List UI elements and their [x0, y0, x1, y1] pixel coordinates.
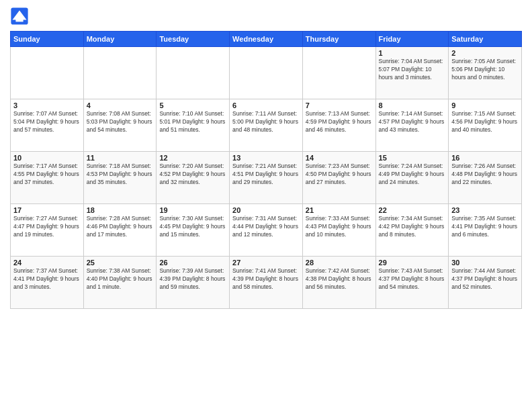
day-number: 23	[451, 206, 519, 214]
day-detail: Sunrise: 7:26 AM Sunset: 4:48 PM Dayligh…	[451, 163, 519, 187]
day-number: 20	[232, 206, 300, 214]
day-number: 26	[159, 259, 226, 267]
day-detail: Sunrise: 7:37 AM Sunset: 4:41 PM Dayligh…	[13, 267, 81, 291]
day-number: 28	[306, 259, 373, 267]
calendar-week-row: 3Sunrise: 7:07 AM Sunset: 5:04 PM Daylig…	[11, 99, 522, 152]
weekday-header: Sunday	[11, 32, 84, 47]
calendar-cell: 3Sunrise: 7:07 AM Sunset: 5:04 PM Daylig…	[11, 99, 84, 152]
day-detail: Sunrise: 7:30 AM Sunset: 4:45 PM Dayligh…	[159, 215, 226, 239]
logo	[10, 7, 32, 26]
day-detail: Sunrise: 7:08 AM Sunset: 5:03 PM Dayligh…	[87, 110, 154, 134]
calendar-week-row: 1Sunrise: 7:04 AM Sunset: 5:07 PM Daylig…	[11, 47, 522, 99]
day-detail: Sunrise: 7:05 AM Sunset: 5:06 PM Dayligh…	[451, 58, 519, 82]
calendar-cell: 1Sunrise: 7:04 AM Sunset: 5:07 PM Daylig…	[375, 47, 449, 99]
weekday-header: Monday	[83, 32, 157, 47]
weekday-header: Wednesday	[230, 32, 303, 47]
day-number: 3	[13, 101, 81, 109]
day-detail: Sunrise: 7:07 AM Sunset: 5:04 PM Dayligh…	[13, 110, 81, 134]
calendar-cell: 28Sunrise: 7:42 AM Sunset: 4:38 PM Dayli…	[302, 257, 375, 309]
day-number: 6	[232, 101, 300, 109]
calendar-cell: 23Sunrise: 7:35 AM Sunset: 4:41 PM Dayli…	[449, 204, 522, 257]
calendar-cell: 25Sunrise: 7:38 AM Sunset: 4:40 PM Dayli…	[83, 257, 157, 309]
day-number: 29	[379, 259, 446, 267]
calendar-cell: 30Sunrise: 7:44 AM Sunset: 4:37 PM Dayli…	[449, 257, 522, 309]
day-detail: Sunrise: 7:44 AM Sunset: 4:37 PM Dayligh…	[451, 267, 519, 291]
day-number: 19	[159, 206, 226, 214]
logo-icon	[10, 7, 29, 26]
day-detail: Sunrise: 7:33 AM Sunset: 4:43 PM Dayligh…	[306, 215, 373, 239]
day-detail: Sunrise: 7:17 AM Sunset: 4:55 PM Dayligh…	[13, 163, 81, 187]
calendar-cell: 22Sunrise: 7:34 AM Sunset: 4:42 PM Dayli…	[375, 204, 449, 257]
day-detail: Sunrise: 7:14 AM Sunset: 4:57 PM Dayligh…	[379, 110, 446, 134]
day-detail: Sunrise: 7:18 AM Sunset: 4:53 PM Dayligh…	[87, 163, 154, 187]
weekday-header: Thursday	[302, 32, 375, 47]
calendar-cell: 9Sunrise: 7:15 AM Sunset: 4:56 PM Daylig…	[449, 99, 522, 152]
calendar-cell: 15Sunrise: 7:24 AM Sunset: 4:49 PM Dayli…	[375, 152, 449, 204]
day-number: 5	[159, 101, 226, 109]
day-number: 18	[87, 206, 154, 214]
calendar-cell: 13Sunrise: 7:21 AM Sunset: 4:51 PM Dayli…	[230, 152, 303, 204]
calendar-week-row: 24Sunrise: 7:37 AM Sunset: 4:41 PM Dayli…	[11, 257, 522, 309]
day-detail: Sunrise: 7:41 AM Sunset: 4:39 PM Dayligh…	[232, 267, 300, 291]
calendar-cell	[230, 47, 303, 99]
day-detail: Sunrise: 7:21 AM Sunset: 4:51 PM Dayligh…	[232, 163, 300, 187]
day-number: 21	[306, 206, 373, 214]
calendar-cell: 27Sunrise: 7:41 AM Sunset: 4:39 PM Dayli…	[230, 257, 303, 309]
day-number: 7	[306, 101, 373, 109]
day-number: 2	[451, 49, 519, 57]
day-number: 11	[87, 154, 154, 162]
calendar-cell: 16Sunrise: 7:26 AM Sunset: 4:48 PM Dayli…	[449, 152, 522, 204]
day-number: 12	[159, 154, 226, 162]
calendar-cell: 8Sunrise: 7:14 AM Sunset: 4:57 PM Daylig…	[375, 99, 449, 152]
page-container: SundayMondayTuesdayWednesdayThursdayFrid…	[0, 0, 532, 411]
calendar-cell: 29Sunrise: 7:43 AM Sunset: 4:37 PM Dayli…	[375, 257, 449, 309]
day-number: 4	[87, 101, 154, 109]
day-number: 16	[451, 154, 519, 162]
day-number: 22	[379, 206, 446, 214]
day-detail: Sunrise: 7:38 AM Sunset: 4:40 PM Dayligh…	[87, 267, 154, 291]
day-number: 17	[13, 206, 81, 214]
day-detail: Sunrise: 7:24 AM Sunset: 4:49 PM Dayligh…	[379, 163, 446, 187]
calendar-cell: 12Sunrise: 7:20 AM Sunset: 4:52 PM Dayli…	[157, 152, 230, 204]
calendar-cell: 2Sunrise: 7:05 AM Sunset: 5:06 PM Daylig…	[449, 47, 522, 99]
weekday-header: Tuesday	[157, 32, 230, 47]
weekday-header: Saturday	[449, 32, 522, 47]
calendar-cell	[11, 47, 84, 99]
day-detail: Sunrise: 7:43 AM Sunset: 4:37 PM Dayligh…	[379, 267, 446, 291]
day-detail: Sunrise: 7:35 AM Sunset: 4:41 PM Dayligh…	[451, 215, 519, 239]
calendar-cell: 21Sunrise: 7:33 AM Sunset: 4:43 PM Dayli…	[302, 204, 375, 257]
calendar-cell	[157, 47, 230, 99]
day-number: 24	[13, 259, 81, 267]
day-detail: Sunrise: 7:11 AM Sunset: 5:00 PM Dayligh…	[232, 110, 300, 134]
day-detail: Sunrise: 7:39 AM Sunset: 4:39 PM Dayligh…	[159, 267, 226, 291]
day-detail: Sunrise: 7:15 AM Sunset: 4:56 PM Dayligh…	[451, 110, 519, 134]
day-number: 8	[379, 101, 446, 109]
weekday-header: Friday	[375, 32, 449, 47]
day-detail: Sunrise: 7:27 AM Sunset: 4:47 PM Dayligh…	[13, 215, 81, 239]
day-detail: Sunrise: 7:10 AM Sunset: 5:01 PM Dayligh…	[159, 110, 226, 134]
day-number: 30	[451, 259, 519, 267]
day-number: 25	[87, 259, 154, 267]
day-number: 27	[232, 259, 300, 267]
day-detail: Sunrise: 7:42 AM Sunset: 4:38 PM Dayligh…	[306, 267, 373, 291]
day-number: 14	[306, 154, 373, 162]
day-detail: Sunrise: 7:04 AM Sunset: 5:07 PM Dayligh…	[379, 58, 446, 82]
day-detail: Sunrise: 7:20 AM Sunset: 4:52 PM Dayligh…	[159, 163, 226, 187]
day-number: 9	[451, 101, 519, 109]
calendar-cell: 4Sunrise: 7:08 AM Sunset: 5:03 PM Daylig…	[83, 99, 157, 152]
calendar-cell: 11Sunrise: 7:18 AM Sunset: 4:53 PM Dayli…	[83, 152, 157, 204]
calendar-cell	[83, 47, 157, 99]
calendar-week-row: 10Sunrise: 7:17 AM Sunset: 4:55 PM Dayli…	[11, 152, 522, 204]
day-detail: Sunrise: 7:13 AM Sunset: 4:59 PM Dayligh…	[306, 110, 373, 134]
calendar-cell: 18Sunrise: 7:28 AM Sunset: 4:46 PM Dayli…	[83, 204, 157, 257]
day-number: 10	[13, 154, 81, 162]
day-detail: Sunrise: 7:28 AM Sunset: 4:46 PM Dayligh…	[87, 215, 154, 239]
day-number: 1	[379, 49, 446, 57]
calendar-week-row: 17Sunrise: 7:27 AM Sunset: 4:47 PM Dayli…	[11, 204, 522, 257]
day-detail: Sunrise: 7:31 AM Sunset: 4:44 PM Dayligh…	[232, 215, 300, 239]
calendar-cell: 10Sunrise: 7:17 AM Sunset: 4:55 PM Dayli…	[11, 152, 84, 204]
calendar-cell: 19Sunrise: 7:30 AM Sunset: 4:45 PM Dayli…	[157, 204, 230, 257]
day-number: 13	[232, 154, 300, 162]
calendar-cell	[302, 47, 375, 99]
calendar-cell: 26Sunrise: 7:39 AM Sunset: 4:39 PM Dayli…	[157, 257, 230, 309]
